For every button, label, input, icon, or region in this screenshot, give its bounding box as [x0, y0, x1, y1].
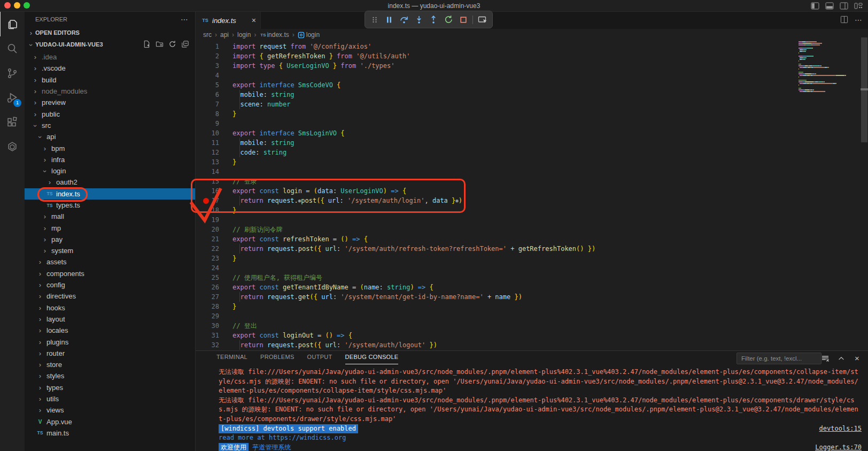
activity-files-icon[interactable] [0, 12, 25, 36]
line-number[interactable]: 25 [196, 273, 219, 282]
breadcrumb-item-api[interactable]: api [220, 31, 229, 39]
line-number[interactable]: 28 [196, 302, 219, 311]
breadcrumb-item-login[interactable]: login [298, 31, 320, 39]
panel-tab-terminal[interactable]: TERMINAL [216, 354, 247, 364]
tree-item-public[interactable]: ›public [25, 108, 195, 119]
debug-inspect-icon[interactable] [476, 13, 489, 27]
tree-item-mall[interactable]: ›mall [25, 211, 195, 222]
line-number[interactable]: 3 [196, 61, 219, 71]
toggle-panel-icon[interactable] [824, 1, 835, 11]
line-number[interactable]: 10 [196, 128, 219, 138]
workspace-root-section[interactable]: › YUDAO-UI-ADMIN-VUE3 [25, 39, 195, 50]
toggle-sidebar-icon[interactable] [810, 1, 820, 11]
line-number[interactable]: 19 [196, 215, 219, 225]
line-number[interactable]: 29 [196, 311, 219, 321]
tree-item-build[interactable]: ›build [25, 74, 195, 86]
line-number[interactable]: 11 [196, 138, 219, 148]
maximize-panel-icon[interactable] [836, 354, 846, 363]
tree-item-styles[interactable]: ›styles [25, 370, 195, 381]
line-number[interactable]: 13 [196, 157, 219, 167]
breadcrumb-item-src[interactable]: src [203, 31, 212, 39]
tree-item-components[interactable]: ›components [25, 268, 195, 279]
editor-more-actions-icon[interactable]: ⋯ [855, 16, 863, 24]
debug-step-into-icon[interactable] [413, 13, 425, 27]
line-number[interactable]: 20 [196, 225, 219, 234]
debug-grip-icon[interactable] [368, 13, 381, 27]
explorer-more-actions-icon[interactable]: ⋯ [181, 15, 189, 24]
new-folder-icon[interactable] [156, 40, 164, 49]
breadcrumb-item-login[interactable]: login [237, 31, 251, 39]
tree-item-login[interactable]: ›login [25, 165, 195, 177]
editor-scrollbar[interactable] [861, 41, 868, 350]
tree-item-.idea[interactable]: ›.idea [25, 51, 195, 63]
line-number[interactable]: 7 [196, 100, 219, 109]
tree-item-config[interactable]: ›config [25, 279, 195, 291]
tree-item-views[interactable]: ›views [25, 404, 195, 416]
close-panel-icon[interactable]: × [852, 354, 862, 363]
activity-source-control-icon[interactable] [0, 61, 25, 86]
line-number[interactable]: 9 [196, 119, 219, 128]
line-number[interactable]: 22 [196, 244, 219, 254]
line-number[interactable]: 30 [196, 321, 219, 331]
tree-item-pay[interactable]: ›pay [25, 234, 195, 245]
breadcrumb-item-index.ts[interactable]: TSindex.ts [259, 31, 289, 39]
activity-search-icon[interactable] [0, 36, 25, 61]
line-number[interactable]: 14 [196, 167, 219, 177]
line-number[interactable]: 1 [196, 42, 219, 51]
tree-item-App.vue[interactable]: VApp.vue [25, 416, 195, 427]
tree-item-api[interactable]: ›api [25, 131, 195, 142]
activity-run-debug-icon[interactable]: 1 [0, 86, 25, 110]
line-number[interactable]: 31 [196, 331, 219, 340]
code-editor[interactable]: 1import request from '@/config/axios'2im… [196, 41, 799, 350]
tab-index-ts[interactable]: TS index.ts × [196, 12, 261, 29]
debug-restart-icon[interactable] [442, 13, 455, 27]
refresh-icon[interactable] [168, 40, 177, 49]
tree-item-system[interactable]: ›system [25, 245, 195, 256]
debug-step-out-icon[interactable] [428, 13, 440, 27]
activity-extensions-icon[interactable] [0, 110, 25, 135]
new-file-icon[interactable] [143, 40, 151, 49]
tree-item-hooks[interactable]: ›hooks [25, 302, 195, 314]
tree-item-.vscode[interactable]: ›.vscode [25, 63, 195, 74]
tree-item-src[interactable]: ›src [25, 120, 195, 131]
tree-item-router[interactable]: ›router [25, 348, 195, 359]
tree-item-utils[interactable]: ›utils [25, 393, 195, 404]
tree-item-infra[interactable]: ›infra [25, 154, 195, 165]
console-source-link[interactable]: devtools:15 [819, 424, 862, 434]
panel-tab-debug-console[interactable]: DEBUG CONSOLE [345, 354, 399, 364]
line-number[interactable]: 15 [196, 177, 219, 186]
line-number[interactable]: 21 [196, 234, 219, 244]
console-filter-input[interactable] [737, 353, 821, 364]
panel-tab-problems[interactable]: PROBLEMS [260, 354, 294, 364]
line-number[interactable]: 8 [196, 109, 219, 119]
minimap[interactable] [799, 41, 855, 351]
debug-step-over-icon[interactable] [398, 13, 410, 27]
tree-item-node_modules[interactable]: ›node_modules [25, 86, 195, 97]
tree-item-directives[interactable]: ›directives [25, 291, 195, 302]
tree-item-locales[interactable]: ›locales [25, 325, 195, 336]
debug-stop-icon[interactable] [457, 13, 470, 27]
tree-item-layout[interactable]: ›layout [25, 314, 195, 325]
tree-item-oauth2[interactable]: ›oauth2 [25, 177, 195, 188]
tab-close-icon[interactable]: × [252, 16, 256, 25]
toggle-secondary-sidebar-icon[interactable] [839, 1, 849, 11]
line-number[interactable]: 23 [196, 254, 219, 263]
line-number[interactable]: 2 [196, 51, 219, 61]
filter-lines-icon[interactable] [820, 354, 830, 363]
line-number[interactable]: 5 [196, 80, 219, 90]
activity-openai-icon[interactable] [0, 135, 25, 159]
line-number[interactable]: 27 [196, 292, 219, 302]
tree-item-store[interactable]: ›store [25, 359, 195, 370]
line-number[interactable]: 32 [196, 340, 219, 350]
line-number[interactable]: 4 [196, 71, 219, 80]
collapse-all-icon[interactable] [181, 40, 190, 49]
tree-item-assets[interactable]: ›assets [25, 256, 195, 267]
tree-item-main.ts[interactable]: TSmain.ts [25, 427, 195, 439]
line-number[interactable]: 18 [196, 205, 219, 215]
tree-item-preview[interactable]: ›preview [25, 97, 195, 108]
tree-item-types.ts[interactable]: TStypes.ts [25, 200, 195, 211]
console-source-link[interactable]: Logger.ts:70 [815, 443, 862, 451]
breakpoint-icon[interactable] [203, 198, 209, 204]
tree-item-plugins[interactable]: ›plugins [25, 336, 195, 347]
customize-layout-icon[interactable] [853, 1, 864, 11]
